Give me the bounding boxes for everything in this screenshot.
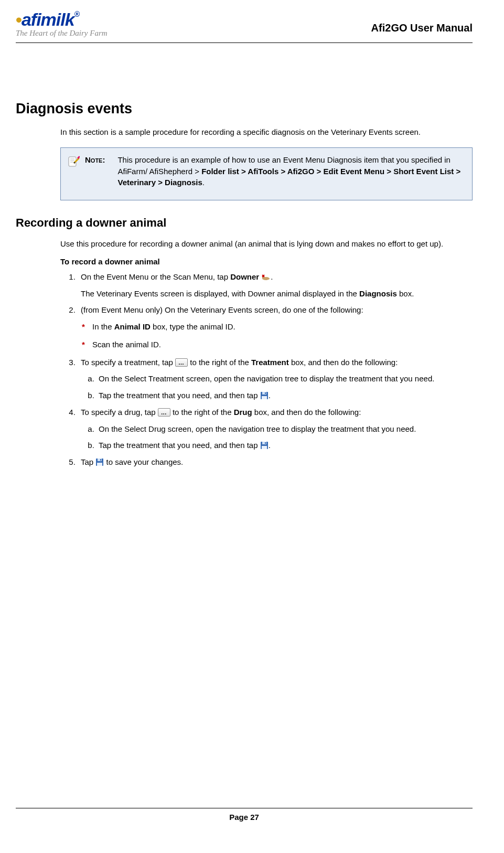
page-header: •afimilk® The Heart of the Dairy Farm Af… bbox=[16, 10, 473, 43]
brand-tagline: The Heart of the Dairy Farm bbox=[16, 29, 108, 37]
svg-rect-14 bbox=[97, 463, 102, 466]
step-1: On the Event Menu or the Scan Menu, tap … bbox=[78, 271, 473, 300]
note-label: Note: bbox=[85, 154, 105, 166]
procedure-heading: To record a downer animal bbox=[60, 257, 473, 266]
step-3: To specify a treatment, tap … to the rig… bbox=[78, 357, 473, 401]
brand-logo: •afimilk® The Heart of the Dairy Farm bbox=[16, 10, 108, 37]
note-body: This procedure is an example of how to u… bbox=[117, 154, 463, 188]
document-title: Afi2GO User Manual bbox=[371, 10, 473, 34]
save-icon bbox=[260, 391, 269, 400]
main-content: Diagnosis events In this section is a sa… bbox=[16, 101, 473, 468]
ellipsis-button-icon: … bbox=[158, 408, 170, 417]
step-5: Tap to save your changes. bbox=[78, 456, 473, 468]
step-4: To specify a drug, tap … to the right of… bbox=[78, 407, 473, 451]
page-footer: Page 27 bbox=[16, 808, 473, 822]
note-icon bbox=[67, 155, 80, 168]
step-2-options: In the Animal ID box, type the animal ID… bbox=[81, 321, 473, 350]
step-4a: On the Select Drug screen, open the navi… bbox=[96, 423, 473, 435]
step-2: (from Event Menu only) On the Veterinary… bbox=[78, 304, 473, 350]
svg-rect-15 bbox=[100, 459, 101, 461]
subsection-intro: Use this procedure for recording a downe… bbox=[60, 238, 473, 250]
note-callout: Note: This procedure is an example of ho… bbox=[60, 147, 473, 200]
svg-rect-10 bbox=[262, 446, 267, 449]
downer-icon bbox=[261, 273, 271, 281]
brand-wordmark: •afimilk® bbox=[16, 10, 108, 28]
step-3b: Tap the treatment that you need, and the… bbox=[96, 390, 473, 401]
step-1-result: The Veterinary Events screen is displaye… bbox=[81, 288, 473, 300]
step-4b: Tap the treatment that you need, and the… bbox=[96, 440, 473, 451]
page: •afimilk® The Heart of the Dairy Farm Af… bbox=[0, 0, 504, 853]
subsection-heading: Recording a downer animal bbox=[16, 216, 473, 230]
save-icon bbox=[260, 441, 269, 450]
procedure-steps: On the Event Menu or the Scan Menu, tap … bbox=[63, 271, 473, 468]
section-heading: Diagnosis events bbox=[16, 101, 473, 117]
save-icon bbox=[95, 458, 104, 466]
step-3-substeps: On the Select Treatment screen, open the… bbox=[81, 373, 473, 401]
step-3a: On the Select Treatment screen, open the… bbox=[96, 373, 473, 385]
svg-rect-6 bbox=[262, 396, 267, 399]
step-4-substeps: On the Select Drug screen, open the navi… bbox=[81, 423, 473, 452]
ellipsis-button-icon: … bbox=[175, 358, 188, 367]
svg-rect-11 bbox=[265, 442, 266, 444]
step-2-option-b: Scan the animal ID. bbox=[92, 339, 473, 350]
svg-rect-7 bbox=[265, 392, 266, 394]
step-2-option-a: In the Animal ID box, type the animal ID… bbox=[92, 321, 473, 333]
section-intro: In this section is a sample procedure fo… bbox=[60, 126, 473, 138]
svg-point-1 bbox=[74, 162, 76, 163]
